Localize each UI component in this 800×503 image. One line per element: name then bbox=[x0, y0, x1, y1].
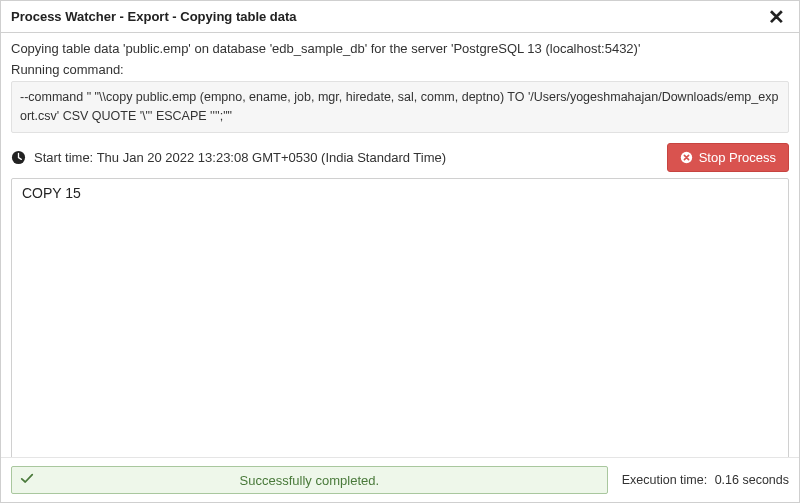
stop-icon bbox=[680, 151, 693, 164]
execution-time-value: 0.16 seconds bbox=[715, 473, 789, 487]
execution-time-label: Execution time: bbox=[622, 473, 707, 487]
time-row: Start time: Thu Jan 20 2022 13:23:08 GMT… bbox=[1, 139, 799, 178]
footer: Successfully completed. Execution time: … bbox=[1, 457, 799, 502]
window-header: Process Watcher - Export - Copying table… bbox=[1, 1, 799, 33]
close-icon: ✕ bbox=[768, 6, 785, 28]
check-icon bbox=[20, 472, 34, 489]
operation-description: Copying table data 'public.emp' on datab… bbox=[1, 33, 799, 58]
clock-icon bbox=[11, 150, 26, 165]
start-time-text: Start time: Thu Jan 20 2022 13:23:08 GMT… bbox=[34, 150, 667, 165]
close-button[interactable]: ✕ bbox=[764, 7, 789, 27]
log-line: COPY 15 bbox=[22, 185, 778, 201]
window-title: Process Watcher - Export - Copying table… bbox=[11, 9, 297, 24]
status-text: Successfully completed. bbox=[12, 473, 607, 488]
process-log[interactable]: COPY 15 bbox=[11, 178, 789, 466]
running-command-label: Running command: bbox=[1, 58, 799, 81]
stop-process-label: Stop Process bbox=[699, 150, 776, 165]
status-bar: Successfully completed. bbox=[11, 466, 608, 494]
execution-time: Execution time: 0.16 seconds bbox=[622, 473, 789, 487]
command-text: --command " "\\copy public.emp (empno, e… bbox=[11, 81, 789, 133]
stop-process-button[interactable]: Stop Process bbox=[667, 143, 789, 172]
start-time-value: Thu Jan 20 2022 13:23:08 GMT+0530 (India… bbox=[97, 150, 446, 165]
start-time-label: Start time: bbox=[34, 150, 93, 165]
